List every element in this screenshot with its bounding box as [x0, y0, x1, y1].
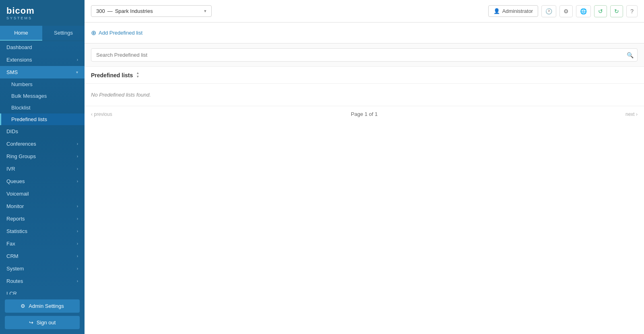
- refresh-alt-icon: ↻: [614, 8, 619, 14]
- chevron-right-icon: ›: [77, 58, 78, 62]
- search-icon: 🔍: [627, 52, 634, 58]
- sidebar-subitem-bulk-messages[interactable]: Bulk Messages: [0, 90, 85, 102]
- sidebar-item-queues[interactable]: Queues ›: [0, 175, 85, 188]
- chevron-right-icon: ›: [77, 266, 78, 271]
- chevron-right-icon: ›: [77, 229, 78, 233]
- sidebar-item-crm[interactable]: CRM ›: [0, 250, 85, 262]
- sort-desc-icon[interactable]: ▼: [136, 75, 139, 78]
- tab-settings[interactable]: Settings: [42, 26, 85, 41]
- search-input[interactable]: [91, 48, 638, 62]
- sidebar-item-conferences[interactable]: Conferences ›: [0, 138, 85, 150]
- sidebar-item-lcr[interactable]: LCR: [0, 287, 85, 295]
- chevron-right-icon: ›: [77, 142, 78, 146]
- globe-icon: 🌐: [580, 8, 587, 14]
- previous-page-link[interactable]: ‹ previous: [91, 111, 112, 117]
- chevron-right-icon: ›: [77, 216, 78, 221]
- chevron-right-icon: ›: [77, 279, 78, 283]
- toolbar: ⊕ Add Predefined list: [85, 23, 644, 43]
- sidebar-item-routes[interactable]: Routes ›: [0, 275, 85, 287]
- sort-controls[interactable]: ▲ ▼: [136, 72, 139, 78]
- clock-icon: 🕐: [545, 8, 552, 14]
- main-content: 300 — Spark Industries ▾ 👤 Administrator…: [85, 0, 644, 334]
- list-header: Predefined lists ▲ ▼: [85, 67, 644, 84]
- sidebar-item-sms[interactable]: SMS ▾: [0, 66, 85, 78]
- question-icon: ?: [630, 8, 634, 14]
- sidebar-item-dashboard[interactable]: Dashboard: [0, 41, 85, 54]
- sidebar-subitem-blocklist[interactable]: Blocklist: [0, 102, 85, 113]
- chevron-down-icon: ▾: [76, 70, 78, 74]
- sidebar-bottom: ⚙ Admin Settings ↪ Sign out: [0, 295, 85, 334]
- sidebar-item-ivr[interactable]: IVR ›: [0, 163, 85, 175]
- logo-sub: SYSTEMS: [6, 16, 78, 20]
- chevron-right-icon: ›: [77, 179, 78, 183]
- pagination: ‹ previous Page 1 of 1 next ›: [85, 106, 644, 122]
- chevron-right-icon: ›: [77, 204, 78, 208]
- chevron-right-icon: ›: [77, 241, 78, 246]
- tenant-name: Spark Industries: [115, 8, 153, 14]
- sidebar-subitem-numbers[interactable]: Numbers: [0, 78, 85, 90]
- gear-icon: ⚙: [21, 303, 25, 309]
- tenant-code: 300: [96, 8, 105, 14]
- signout-icon: ↪: [29, 320, 33, 326]
- settings-globe-button[interactable]: ⚙: [559, 5, 573, 17]
- tenant-dropdown-icon: ▾: [204, 8, 206, 14]
- globe-button[interactable]: 🌐: [576, 5, 591, 17]
- admin-settings-button[interactable]: ⚙ Admin Settings: [5, 299, 80, 313]
- sidebar-item-system[interactable]: System ›: [0, 262, 85, 275]
- search-wrapper: 🔍: [91, 48, 638, 62]
- chevron-right-icon: ›: [77, 254, 78, 258]
- empty-message: No Predefined lists found.: [85, 84, 644, 106]
- refresh-icon: ↺: [598, 8, 603, 14]
- chevron-right-icon: ›: [77, 167, 78, 171]
- chevron-right-icon: ›: [77, 154, 78, 159]
- admin-badge: 👤 Administrator: [488, 5, 539, 17]
- sidebar-item-voicemail[interactable]: Voicemail: [0, 188, 85, 200]
- topbar: 300 — Spark Industries ▾ 👤 Administrator…: [85, 0, 644, 23]
- tab-home[interactable]: Home: [0, 26, 42, 41]
- sidebar-item-statistics[interactable]: Statistics ›: [0, 225, 85, 237]
- globe-settings-icon: ⚙: [564, 8, 569, 14]
- predefined-lists-title: Predefined lists: [91, 72, 133, 78]
- tenant-separator: —: [107, 8, 113, 14]
- content-area: 🔍 Predefined lists ▲ ▼ No Predefined lis…: [85, 43, 644, 334]
- tenant-selector[interactable]: 300 — Spark Industries ▾: [91, 5, 212, 17]
- sidebar-subitem-predefined-lists[interactable]: Predefined lists: [0, 113, 85, 125]
- sidebar-item-extensions[interactable]: Extensions ›: [0, 54, 85, 66]
- next-page-link[interactable]: next ›: [625, 111, 638, 117]
- logo-text: bicom: [6, 6, 78, 16]
- refresh-button[interactable]: ↺: [594, 5, 607, 17]
- logo-area: bicom SYSTEMS: [0, 0, 85, 26]
- clock-button[interactable]: 🕐: [541, 5, 556, 17]
- user-icon: 👤: [493, 8, 500, 14]
- page-info: Page 1 of 1: [351, 111, 378, 117]
- add-predefined-list-button[interactable]: ⊕ Add Predefined list: [91, 27, 142, 38]
- refresh-alt-button[interactable]: ↻: [610, 5, 623, 17]
- sidebar-item-reports[interactable]: Reports ›: [0, 212, 85, 225]
- search-bar: 🔍: [85, 43, 644, 67]
- topbar-right: 👤 Administrator 🕐 ⚙ 🌐 ↺ ↻ ?: [488, 5, 638, 17]
- sidebar-item-dids[interactable]: DIDs: [0, 125, 85, 138]
- nav-tabs: Home Settings: [0, 26, 85, 41]
- sidebar: bicom SYSTEMS Home Settings Dashboard Ex…: [0, 0, 85, 334]
- sidebar-menu: Dashboard Extensions › SMS ▾ Numbers Bul…: [0, 41, 85, 295]
- sort-asc-icon[interactable]: ▲: [136, 72, 139, 75]
- sidebar-item-ring-groups[interactable]: Ring Groups ›: [0, 150, 85, 163]
- sidebar-item-fax[interactable]: Fax ›: [0, 237, 85, 250]
- sign-out-button[interactable]: ↪ Sign out: [5, 316, 80, 329]
- plus-circle-icon: ⊕: [91, 29, 96, 37]
- sidebar-item-monitor[interactable]: Monitor ›: [0, 200, 85, 212]
- help-button[interactable]: ?: [626, 5, 638, 17]
